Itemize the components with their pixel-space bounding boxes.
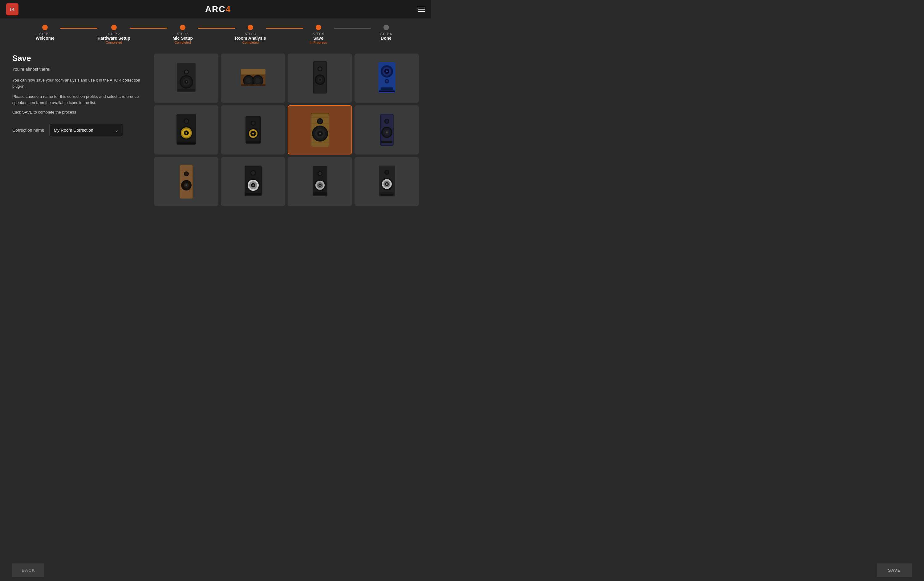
- step-1: STEP 1 Welcome: [30, 25, 60, 44]
- svg-point-37: [185, 119, 188, 123]
- svg-rect-10: [241, 69, 266, 74]
- step-4-status: Completed: [235, 41, 266, 44]
- svg-rect-96: [245, 193, 261, 196]
- speaker-card-9[interactable]: [154, 157, 218, 206]
- step-4-name: Room Analysis: [235, 36, 266, 41]
- svg-rect-34: [379, 91, 395, 92]
- step-5-name: Save: [303, 36, 334, 41]
- step-6-label: STEP 6 Done: [371, 32, 402, 44]
- step-4: STEP 4 Room Analysis Completed: [235, 25, 266, 44]
- svg-point-95: [252, 184, 254, 186]
- svg-point-30: [386, 71, 388, 72]
- step-2-status: Completed: [97, 41, 130, 44]
- speaker-icon-10: [238, 163, 269, 200]
- connector-4-5: [266, 28, 303, 29]
- svg-point-70: [385, 120, 388, 123]
- svg-point-2: [185, 71, 188, 74]
- app-title: ARC4: [205, 4, 231, 14]
- step-6-num: STEP 6: [371, 32, 402, 36]
- steps-row: STEP 1 Welcome STEP 2 Hardware Setup Com…: [30, 25, 401, 44]
- svg-point-32: [386, 80, 388, 82]
- speaker-grid: [154, 54, 419, 206]
- step-3-name: Mic Setup: [167, 36, 198, 41]
- speaker-icon-1: [171, 60, 202, 97]
- svg-point-16: [255, 78, 260, 83]
- step-4-label: STEP 4 Room Analysis Completed: [235, 32, 266, 44]
- speaker-card-8[interactable]: [355, 105, 419, 155]
- svg-rect-33: [381, 87, 393, 90]
- speaker-icon-6: [238, 111, 269, 148]
- speaker-card-7[interactable]: [288, 105, 352, 155]
- svg-rect-8: [178, 89, 195, 91]
- connector-2-3: [130, 28, 167, 29]
- speaker-icon-3: [305, 60, 335, 97]
- svg-rect-115: [381, 194, 393, 196]
- speaker-card-12[interactable]: [355, 157, 419, 206]
- speaker-icon-5: [171, 111, 202, 148]
- speaker-icon-9: [171, 163, 202, 200]
- svg-point-87: [185, 184, 187, 186]
- step-5-label: STEP 5 Save In Progress: [303, 32, 334, 44]
- speaker-card-3[interactable]: [288, 54, 352, 103]
- step-3: STEP 3 Mic Setup Completed: [167, 25, 198, 44]
- speaker-icon-7: [305, 111, 335, 148]
- svg-point-90: [251, 171, 255, 175]
- speaker-card-6[interactable]: [221, 105, 285, 155]
- speaker-card-1[interactable]: [154, 54, 218, 103]
- speaker-card-4[interactable]: [355, 54, 419, 103]
- step-1-dot: [42, 25, 48, 30]
- chevron-down-icon: ⌄: [115, 127, 119, 133]
- step-1-label: STEP 1 Welcome: [30, 32, 60, 44]
- save-action: Click SAVE to complete the process: [12, 110, 142, 115]
- step-6: STEP 6 Done: [371, 25, 402, 44]
- connector-1-2: [60, 28, 97, 29]
- step-2-name: Hardware Setup: [97, 36, 130, 41]
- correction-name-value: My Room Correction: [54, 128, 93, 133]
- svg-rect-51: [246, 141, 260, 143]
- svg-point-113: [386, 183, 388, 185]
- step-4-dot: [248, 25, 253, 30]
- save-title: Save: [12, 54, 142, 63]
- speaker-card-2[interactable]: [221, 54, 285, 103]
- svg-rect-105: [313, 193, 327, 195]
- step-3-num: STEP 3: [167, 32, 198, 36]
- menu-button[interactable]: [417, 7, 425, 12]
- speaker-card-10[interactable]: [221, 157, 285, 206]
- step-1-name: Welcome: [30, 36, 60, 41]
- svg-point-25: [319, 79, 321, 81]
- connector-3-4: [198, 28, 235, 29]
- step-5-status: In Progress: [303, 41, 334, 44]
- step-2-dot: [111, 25, 117, 30]
- svg-rect-43: [177, 142, 196, 144]
- step-3-label: STEP 3 Mic Setup Completed: [167, 32, 198, 44]
- svg-point-50: [252, 133, 254, 135]
- step-6-name: Done: [371, 36, 402, 41]
- step-5-num: STEP 5: [303, 32, 334, 36]
- svg-point-104: [319, 184, 321, 186]
- app-header: IK ARC4: [0, 0, 431, 18]
- svg-point-108: [385, 171, 388, 174]
- step-6-dot: [383, 25, 389, 30]
- step-3-status: Completed: [167, 41, 198, 44]
- speaker-card-11[interactable]: [288, 157, 352, 206]
- svg-point-74: [386, 132, 388, 133]
- save-desc1: You can now save your room analysis and …: [12, 77, 142, 89]
- correction-name-label: Correction name: [12, 128, 45, 133]
- step-3-dot: [180, 25, 185, 30]
- svg-point-66: [319, 121, 321, 122]
- ik-logo: IK: [6, 3, 18, 15]
- save-subtitle: You're almost there!: [12, 67, 142, 72]
- step-2: STEP 2 Hardware Setup Completed: [97, 25, 130, 44]
- correction-name-dropdown[interactable]: My Room Correction ⌄: [49, 124, 123, 136]
- svg-point-46: [252, 122, 255, 125]
- step-4-num: STEP 4: [235, 32, 266, 36]
- connector-5-6: [334, 28, 371, 29]
- step-1-num: STEP 1: [30, 32, 60, 36]
- speaker-card-5[interactable]: [154, 105, 218, 155]
- speaker-icon-12: [371, 163, 402, 200]
- step-2-num: STEP 2: [97, 32, 130, 36]
- step-2-label: STEP 2 Hardware Setup Completed: [97, 32, 130, 44]
- speaker-icon-8: [371, 111, 402, 148]
- left-panel: Save You're almost there! You can now sa…: [12, 54, 142, 206]
- svg-rect-17: [241, 84, 266, 86]
